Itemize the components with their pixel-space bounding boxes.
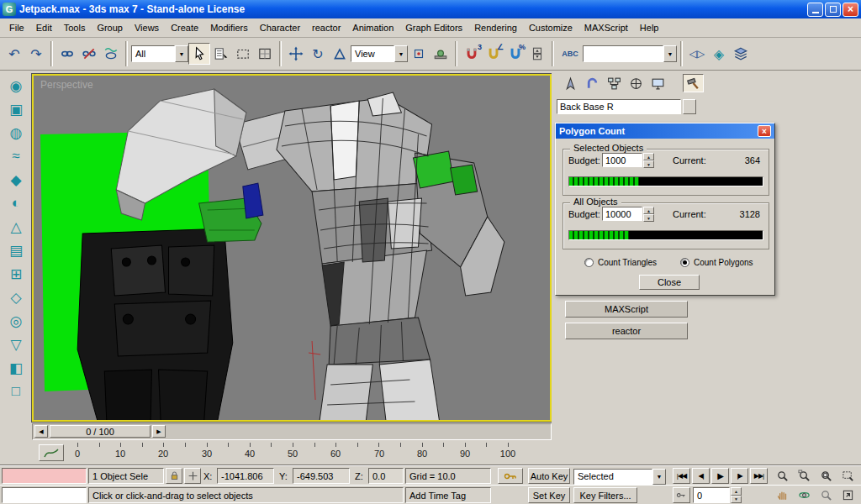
reactor-plane-icon[interactable]: ◐ [3,192,29,215]
key-filters-button[interactable]: Key Filters... [573,487,637,503]
reactor-rigid-body-icon[interactable]: ◉ [3,74,29,97]
next-frame-button[interactable]: |▶ [731,468,748,484]
reactor-fracture-icon[interactable]: ▽ [3,333,29,356]
previous-frame-arrow[interactable]: ◀ [34,425,48,438]
spinner-up-icon[interactable]: ▲ [643,207,654,214]
key-mode-toggle-icon[interactable] [673,487,690,503]
menu-help[interactable]: Help [634,20,665,35]
menu-group[interactable]: Group [91,20,129,35]
current-frame-field[interactable]: 0 [693,487,730,503]
min-max-toggle-icon[interactable] [837,487,858,503]
go-to-start-button[interactable]: |◀◀ [673,468,690,484]
redo-button[interactable]: ↷ [25,43,47,65]
utility-reactor-button[interactable]: reactor [565,323,688,339]
previous-frame-button[interactable]: ◀| [692,468,710,484]
dialog-close-icon[interactable]: × [758,125,771,137]
mirror-button[interactable]: ◁▷ [686,43,708,65]
mini-curve-editor-button[interactable] [39,444,64,461]
perspective-viewport[interactable]: Perspective [32,74,552,422]
pan-zoom-icon[interactable] [816,487,837,503]
reactor-spring-icon[interactable]: △ [3,215,29,239]
angle-snap-button[interactable]: ∠ [483,43,504,65]
reactor-deform-mesh-icon[interactable]: ◆ [3,168,29,192]
chevron-down-icon[interactable]: ▼ [663,45,677,62]
selected-budget-field[interactable]: 1000 [602,153,642,167]
menu-animation[interactable]: Animation [346,20,399,35]
keyboard-override-key-icon[interactable] [498,468,523,484]
count-polygons-radio[interactable] [680,258,689,267]
go-to-end-button[interactable]: ▶▶| [750,468,768,484]
utility-maxscript-button[interactable]: MAXScript [565,301,688,318]
maxscript-mini-listener[interactable] [2,487,87,503]
chevron-down-icon[interactable]: ▼ [652,469,666,485]
track-bar[interactable]: 0 10 20 30 40 50 60 70 80 90 100 [0,440,861,465]
layer-manager-button[interactable] [730,43,752,65]
menu-maxscript[interactable]: MAXScript [578,20,634,35]
chevron-down-icon[interactable]: ▼ [175,45,188,62]
reactor-soft-body-icon[interactable]: ◍ [3,121,29,144]
minimize-button[interactable] [807,3,823,17]
count-triangles-radio[interactable] [584,258,594,267]
macro-recorder-cell[interactable] [2,468,87,484]
menu-graph-editors[interactable]: Graph Editors [399,20,468,35]
named-selection-dropdown[interactable]: ▼ [583,45,677,62]
undo-button[interactable]: ↶ [3,43,25,65]
zoom-extents-icon[interactable] [816,468,837,484]
spinner-up-icon[interactable]: ▲ [731,487,742,496]
menu-tools[interactable]: Tools [58,20,92,35]
reference-coordsys-dropdown[interactable]: View ▼ [351,45,408,62]
percent-snap-button[interactable]: % [504,43,526,65]
menu-create[interactable]: Create [165,20,204,35]
reactor-cloth-icon[interactable]: ▣ [3,97,29,121]
set-key-button[interactable]: Set Key [528,487,570,503]
select-and-rotate-button[interactable]: ↻ [307,43,329,65]
select-and-move-button[interactable] [285,43,307,65]
time-slider[interactable]: ◀ 0 / 100 ▶ [32,423,552,440]
tab-display[interactable] [647,74,668,92]
tab-utilities[interactable] [683,74,704,92]
use-pivot-center-button[interactable] [408,43,430,65]
menu-rendering[interactable]: Rendering [468,20,523,35]
add-time-tag[interactable]: Add Time Tag [405,487,491,503]
reactor-dashpot-icon[interactable]: ▤ [3,239,29,262]
z-coordinate-field[interactable]: 0.0 [368,468,404,484]
spinner-down-icon[interactable]: ▼ [643,214,654,222]
selection-filter-dropdown[interactable]: All ▼ [131,45,188,62]
window-crossing-toggle[interactable] [254,43,276,65]
tab-hierarchy[interactable] [604,74,625,92]
maximize-button[interactable] [825,3,841,17]
tab-modify[interactable] [582,74,603,92]
menu-file[interactable]: File [3,20,30,35]
select-and-scale-button[interactable] [329,43,351,65]
menu-modifiers[interactable]: Modifiers [204,20,254,35]
all-budget-field[interactable]: 10000 [602,207,642,221]
zoom-all-icon[interactable] [794,468,815,484]
arc-rotate-icon[interactable] [794,487,815,503]
spinner-snap-button[interactable] [526,43,548,65]
menu-character[interactable]: Character [254,20,306,35]
selection-region-button[interactable] [232,43,254,65]
menu-edit[interactable]: Edit [30,20,58,35]
reactor-toy-car-icon[interactable]: ◎ [3,309,29,333]
chevron-down-icon[interactable]: ▼ [394,45,408,62]
menu-views[interactable]: Views [129,20,165,35]
reactor-preview-icon[interactable]: □ [3,380,29,403]
reactor-wind-icon[interactable]: ◇ [3,286,29,309]
align-button[interactable]: ◈ [708,43,730,65]
time-slider-handle[interactable]: 0 / 100 [50,425,151,438]
y-coordinate-field[interactable]: -649.503 [293,468,350,484]
auto-key-button[interactable]: Auto Key [528,468,570,484]
reactor-rope-icon[interactable]: ≈ [3,144,29,168]
all-budget-spinner[interactable]: ▲▼ [643,207,654,222]
close-button[interactable]: × [843,3,858,17]
menu-customize[interactable]: Customize [523,20,578,35]
viewport-label[interactable]: Perspective [40,79,93,91]
frame-spinner[interactable]: ▲▼ [731,487,742,503]
bind-to-spacewarp-icon[interactable] [100,43,122,65]
object-name-more-button[interactable] [683,99,696,114]
next-frame-arrow[interactable]: ▶ [152,425,166,438]
pan-hand-icon[interactable] [772,487,793,503]
dialog-title-bar[interactable]: Polygon Count × [556,123,774,139]
menu-reactor[interactable]: reactor [306,20,346,35]
tab-motion[interactable] [626,74,647,92]
